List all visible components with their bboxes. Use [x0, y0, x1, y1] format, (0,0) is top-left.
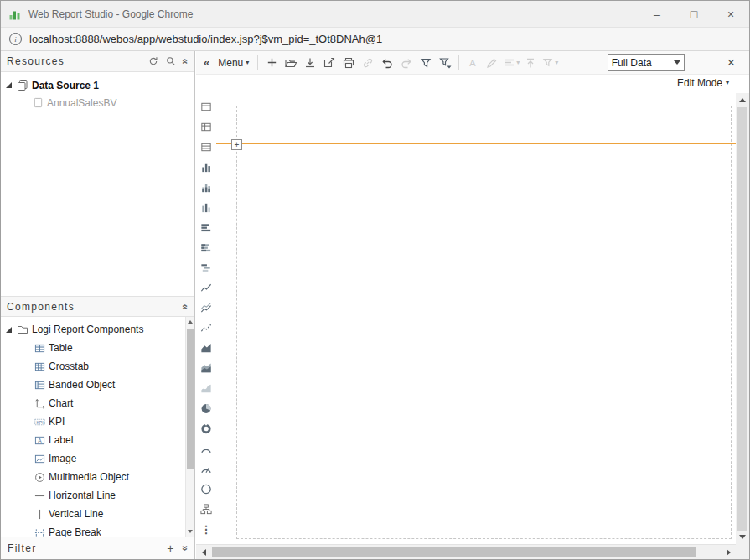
expand-filter-icon[interactable]: «	[180, 546, 190, 552]
refresh-icon[interactable]	[147, 55, 159, 67]
tree-node-business-view[interactable]: AnnualSalesBV	[1, 94, 194, 111]
gantt-chart-icon[interactable]	[199, 261, 214, 274]
open-button[interactable]	[282, 54, 300, 72]
close-icon[interactable]: ×	[712, 1, 749, 27]
more-components-icon[interactable]: ⋮	[199, 522, 214, 536]
scrollbar-thumb[interactable]	[212, 547, 696, 557]
menu-button[interactable]: Menu ▾	[214, 54, 253, 72]
insert-table-icon[interactable]	[199, 100, 214, 113]
save-button[interactable]	[301, 54, 319, 72]
bring-to-top-button[interactable]	[521, 54, 540, 72]
edit-mode-label: Edit Mode	[677, 77, 722, 89]
components-root-label: Logi Report Components	[32, 324, 143, 335]
scrollbar-thumb[interactable]	[187, 329, 194, 469]
filter-panel-title: Filter	[8, 542, 36, 554]
stacked-area-chart-icon[interactable]	[199, 361, 214, 375]
redo-button[interactable]	[397, 54, 416, 72]
filter-convert-button[interactable]	[416, 54, 435, 72]
collapse-resources-icon[interactable]: «	[181, 59, 191, 65]
table-move-handle[interactable]: +	[231, 139, 242, 150]
collapse-sidebar-icon[interactable]: «	[200, 56, 213, 69]
edit-mode-menu[interactable]: Edit Mode ▾	[677, 77, 729, 89]
undo-button[interactable]	[378, 54, 396, 72]
scroll-left-icon[interactable]	[196, 545, 211, 559]
scrollbar-thumb[interactable]	[737, 107, 747, 531]
scroll-right-icon[interactable]	[721, 545, 736, 559]
maximize-icon[interactable]: □	[675, 1, 712, 27]
add-filter-icon[interactable]: +	[167, 542, 173, 554]
address-bar[interactable]: localhost:8888/webos/app/webstudio/index…	[29, 33, 382, 45]
component-item-chart[interactable]: Chart	[1, 394, 185, 412]
scroll-up-icon[interactable]	[186, 317, 194, 327]
browser-window: Web Report Studio - Google Chrome – □ × …	[0, 0, 750, 560]
component-item-multimedia-object[interactable]: Multimedia Object	[1, 468, 185, 486]
filter-menu-button[interactable]	[436, 54, 454, 72]
scrollbar-corner	[736, 544, 749, 559]
stacked-bar-chart-icon[interactable]	[199, 180, 214, 194]
canvas-vertical-scrollbar[interactable]	[736, 93, 749, 544]
link-button[interactable]	[359, 54, 377, 72]
conditional-format-button[interactable]	[483, 54, 501, 72]
filter-panel-header[interactable]: Filter + «	[1, 537, 194, 559]
component-item-banded-object[interactable]: Banded Object	[1, 376, 185, 394]
tree-node-components-root[interactable]: Logi Report Components	[1, 320, 185, 339]
search-icon[interactable]	[165, 55, 177, 67]
insert-crosstab-icon[interactable]	[199, 120, 214, 133]
component-label: Vertical Line	[49, 508, 103, 520]
components-scrollbar[interactable]	[185, 317, 194, 537]
svg-text:A: A	[470, 58, 477, 68]
area-chart-icon[interactable]	[199, 341, 214, 355]
canvas-horizontal-scrollbar[interactable]	[196, 544, 736, 559]
tree-node-data-source[interactable]: Data Source 1	[1, 76, 194, 94]
smooth-area-chart-icon[interactable]	[199, 381, 214, 395]
dashed-line-chart-icon[interactable]	[199, 321, 214, 334]
component-item-vertical-line[interactable]: Vertical Line	[1, 505, 185, 523]
report-canvas[interactable]: +	[216, 93, 736, 544]
circle-chart-icon[interactable]	[199, 482, 214, 495]
column-chart-icon[interactable]	[199, 200, 214, 214]
print-button[interactable]	[339, 54, 358, 72]
arc-chart-icon[interactable]	[199, 442, 214, 455]
export-button[interactable]	[320, 54, 339, 72]
hbar-chart-icon[interactable]	[199, 220, 214, 234]
collapse-components-icon[interactable]: «	[181, 303, 191, 309]
insert-banded-icon[interactable]	[199, 140, 214, 153]
scroll-down-icon[interactable]	[186, 526, 194, 537]
scroll-up-icon[interactable]	[736, 93, 749, 107]
component-item-image[interactable]: Image	[1, 449, 185, 468]
bar-chart-icon[interactable]	[199, 160, 214, 174]
multi-line-chart-icon[interactable]	[199, 301, 214, 314]
minimize-icon[interactable]: –	[639, 1, 675, 27]
component-item-kpi[interactable]: KPI KPI	[1, 412, 185, 431]
close-report-icon[interactable]: ×	[727, 55, 735, 70]
font-button[interactable]: A	[463, 54, 482, 72]
component-label: Banded Object	[49, 379, 115, 391]
horizontal-line-icon	[34, 490, 45, 501]
component-label: Multimedia Object	[49, 471, 129, 483]
component-item-table[interactable]: Table	[1, 339, 185, 357]
new-report-button[interactable]	[262, 54, 281, 72]
main-toolbar: « Menu ▾	[196, 51, 749, 75]
component-label: Table	[49, 342, 73, 354]
component-item-horizontal-line[interactable]: Horizontal Line	[1, 486, 185, 505]
data-mode-select[interactable]: Full Data	[608, 54, 685, 71]
gauge-chart-icon[interactable]	[199, 462, 214, 475]
site-info-icon[interactable]: i	[9, 33, 22, 45]
expander-icon[interactable]	[6, 82, 12, 88]
pie-chart-icon[interactable]	[199, 402, 214, 415]
components-panel-header: Components «	[1, 296, 194, 317]
donut-chart-icon[interactable]	[199, 422, 214, 435]
data-source-label: Data Source 1	[32, 80, 99, 91]
filter-options-button[interactable]: ▾	[541, 54, 559, 72]
component-item-crosstab[interactable]: Crosstab	[1, 357, 185, 376]
align-button[interactable]: ▾	[502, 54, 520, 72]
component-label: Crosstab	[49, 360, 89, 372]
stacked-hbar-chart-icon[interactable]	[199, 241, 214, 254]
component-label: KPI	[49, 416, 65, 428]
expander-icon[interactable]	[6, 327, 12, 333]
org-chart-icon[interactable]	[199, 502, 214, 516]
component-item-label[interactable]: A Label	[1, 431, 185, 449]
line-chart-icon[interactable]	[199, 281, 214, 294]
resources-tree: Data Source 1 AnnualSalesBV	[1, 72, 194, 296]
scroll-down-icon[interactable]	[736, 530, 749, 544]
